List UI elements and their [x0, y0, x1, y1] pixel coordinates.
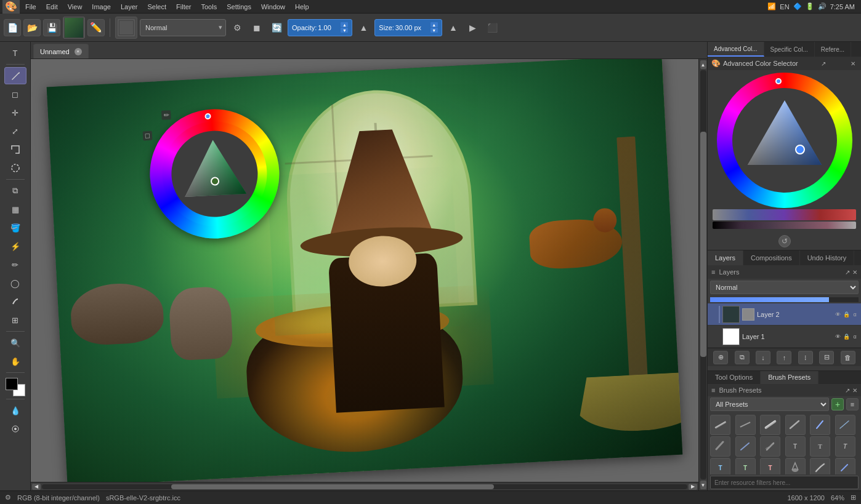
- menu-settings[interactable]: Settings: [222, 2, 256, 12]
- layers-opacity-bar[interactable]: [710, 297, 859, 302]
- wrap-btn[interactable]: ◼: [248, 19, 265, 36]
- opacity-input[interactable]: 1.00: [318, 24, 339, 31]
- tool-transform[interactable]: ⤢: [4, 122, 26, 140]
- tab-undo-history[interactable]: Undo History: [800, 250, 855, 265]
- tab-advanced-color[interactable]: Advanced Col...: [708, 42, 764, 57]
- color-gradient-bar[interactable]: [713, 209, 856, 220]
- layer-item-2[interactable]: Layer 2 👁 🔒 α: [708, 303, 861, 326]
- layer-2-eye-icon[interactable]: 👁: [834, 311, 841, 318]
- tool-multibrush[interactable]: [4, 420, 26, 438]
- menu-image[interactable]: Image: [87, 2, 115, 12]
- h-scroll-track[interactable]: [42, 484, 687, 489]
- size-input[interactable]: 30.00 px: [395, 24, 429, 31]
- status-zoom-slider[interactable]: ⊞: [851, 494, 856, 502]
- tool-freehand-select[interactable]: [4, 141, 26, 158]
- layer-flatten-btn[interactable]: ⊟: [819, 351, 834, 364]
- open-document-btn[interactable]: 📂: [23, 19, 41, 36]
- tool-eyedropper[interactable]: 💧: [4, 402, 26, 419]
- tool-reference[interactable]: ⊞: [4, 311, 26, 329]
- layer-group-btn[interactable]: ⧉: [735, 351, 750, 364]
- mirror-btn[interactable]: ⚙: [228, 19, 246, 36]
- brush-preset-13[interactable]: T: [710, 458, 730, 474]
- h-scroll-thumb[interactable]: [171, 484, 494, 489]
- menu-help[interactable]: Help: [291, 2, 313, 12]
- brush-search-input[interactable]: [710, 476, 859, 489]
- tool-fill[interactable]: 🪣: [4, 219, 26, 236]
- opacity-decrement[interactable]: ▼: [341, 28, 348, 33]
- layer-1-lock-icon[interactable]: 🔒: [843, 333, 850, 340]
- canvas-tab-unnamed[interactable]: Unnamed ×: [33, 44, 89, 58]
- pressure-icon[interactable]: ▲: [355, 19, 372, 36]
- tool-smart-patch[interactable]: ⚡: [4, 238, 26, 255]
- v-scroll-up[interactable]: ▲: [700, 60, 706, 69]
- color-refresh-btn[interactable]: ↺: [778, 235, 791, 247]
- menu-select[interactable]: Select: [143, 2, 171, 12]
- brush-preset-4[interactable]: [785, 415, 806, 435]
- tool-contiguous-select[interactable]: [4, 159, 26, 177]
- h-scroll-left[interactable]: ◀: [32, 484, 41, 490]
- blend-mode-select[interactable]: Normal Multiply Screen Overlay: [140, 19, 226, 36]
- foreground-color-swatch[interactable]: [6, 378, 18, 390]
- layer-move-up-btn[interactable]: ↑: [777, 351, 791, 364]
- size-decrement[interactable]: ▼: [430, 28, 438, 33]
- layer-delete-btn[interactable]: 🗑: [841, 351, 855, 364]
- h-scroll-right[interactable]: ▶: [689, 484, 697, 490]
- layers-expand-btn[interactable]: ↗: [845, 269, 850, 276]
- v-scroll-down[interactable]: ▼: [700, 481, 706, 489]
- layer-move-down-btn[interactable]: ↓: [756, 351, 770, 364]
- brush-close-btn[interactable]: ✕: [852, 387, 857, 394]
- brush-add-preset-btn[interactable]: +: [831, 398, 844, 410]
- tool-path[interactable]: ✏: [4, 256, 26, 273]
- refresh-btn[interactable]: 🔄: [268, 19, 285, 36]
- brush-preset-8[interactable]: [735, 436, 756, 457]
- save-document-btn[interactable]: 💾: [43, 19, 60, 36]
- layer-copy-btn[interactable]: ⊕: [713, 351, 728, 364]
- layer-2-lock-icon[interactable]: 🔒: [843, 311, 850, 318]
- status-mode-icon[interactable]: ⚙: [5, 494, 11, 502]
- layer-2-alpha-icon[interactable]: α: [851, 311, 859, 318]
- color-selector-expand-btn[interactable]: ↗: [819, 59, 828, 68]
- color-dark-bar[interactable]: [713, 222, 856, 229]
- tab-reference[interactable]: Refere...: [815, 42, 851, 57]
- layers-blend-mode-select[interactable]: Normal: [710, 281, 859, 294]
- brush-preset-15[interactable]: T: [760, 458, 780, 474]
- app-icon[interactable]: 🎨: [2, 0, 20, 15]
- tool-eraser[interactable]: ◻: [4, 86, 26, 103]
- tab-close-btn[interactable]: ×: [75, 48, 82, 55]
- tab-specific-color[interactable]: Specific Col...: [764, 42, 815, 57]
- brush-preset-3[interactable]: [760, 415, 780, 435]
- menu-file[interactable]: File: [21, 2, 41, 12]
- size-warning-icon[interactable]: ▲: [445, 19, 462, 36]
- layer-1-eye-icon[interactable]: 👁: [834, 333, 841, 340]
- brush-expand-btn[interactable]: ↗: [845, 387, 850, 394]
- menu-filter[interactable]: Filter: [172, 2, 195, 12]
- color-selector-close-btn[interactable]: ✕: [849, 59, 857, 68]
- menu-layer[interactable]: Layer: [116, 2, 142, 12]
- tab-brush-presets[interactable]: Brush Presets: [761, 371, 819, 385]
- menu-tools[interactable]: Tools: [197, 2, 222, 12]
- v-scroll-thumb[interactable]: [700, 132, 706, 357]
- canvas-color-wheel[interactable]: ✏ ◻: [147, 106, 283, 242]
- brush-icon-btn[interactable]: ✏️: [87, 19, 105, 36]
- brush-preset-5[interactable]: [810, 415, 830, 435]
- tab-compositions[interactable]: Compositions: [743, 250, 800, 265]
- tool-freehand-brush[interactable]: [4, 67, 26, 84]
- h-scrollbar[interactable]: ◀ ▶: [31, 482, 698, 490]
- canvas-viewport[interactable]: ✏ ◻: [31, 59, 698, 482]
- size-increment[interactable]: ▲: [430, 22, 438, 27]
- brush-preset-17[interactable]: [810, 458, 830, 474]
- brush-preset-11[interactable]: T: [810, 436, 830, 457]
- tool-move[interactable]: ✛: [4, 104, 26, 121]
- brush-preset-16[interactable]: [785, 458, 806, 474]
- tool-pan[interactable]: ✋: [4, 353, 26, 370]
- v-scrollbar[interactable]: ▲ ▼: [698, 59, 707, 490]
- brush-preset-icon[interactable]: [115, 17, 137, 39]
- stop-btn[interactable]: ⬛: [484, 19, 501, 36]
- tool-calligraphy[interactable]: [4, 293, 26, 310]
- layers-close-btn[interactable]: ✕: [852, 269, 857, 276]
- tool-text[interactable]: T: [4, 44, 26, 62]
- record-btn[interactable]: ▶: [464, 19, 482, 36]
- brush-preset-12[interactable]: T: [835, 436, 855, 457]
- panel-wheel-handle[interactable]: [775, 78, 782, 84]
- tab-tool-options[interactable]: Tool Options: [708, 371, 761, 385]
